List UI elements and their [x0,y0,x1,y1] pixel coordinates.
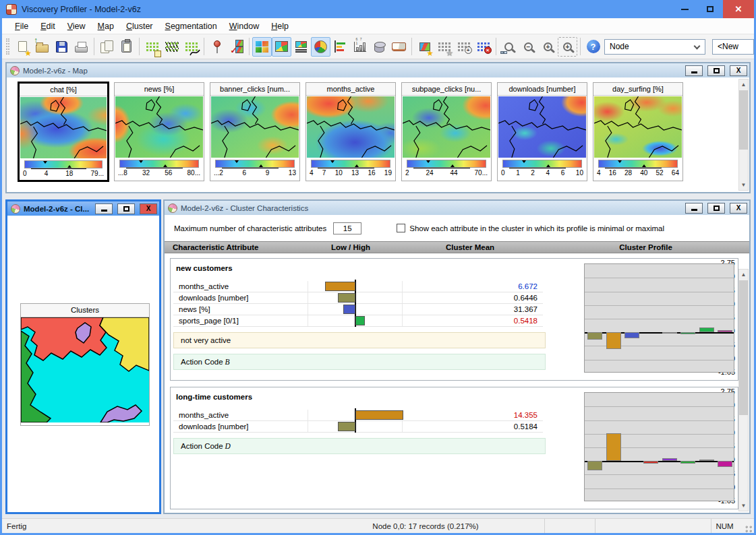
report-book-icon[interactable] [389,37,409,57]
map-thumbnail[interactable]: chat [%] 041879... [18,82,109,181]
save-icon[interactable] [52,37,71,57]
map-thumbnail[interactable]: banner_clicks [num... ...26913 [210,82,300,181]
node-dropdown[interactable]: Node [604,39,705,55]
scale-tick: 64 [672,169,679,177]
som-map-curve-icon[interactable] [181,37,201,57]
zoom-windows-icon[interactable] [499,37,519,57]
clusters-som-map[interactable] [21,317,149,422]
som-map-canvas[interactable] [211,96,299,158]
new-document-icon[interactable]: ★ [13,37,32,57]
clusters-window-maximize-button[interactable] [117,203,135,214]
som-map-canvas[interactable] [20,97,107,158]
cluster-view-icon[interactable] [272,37,291,57]
show-minmax-checkbox[interactable] [397,224,405,232]
note-code: B [223,358,230,366]
clusters-window-close-button[interactable]: X [140,203,157,214]
resize-grip[interactable] [744,524,753,533]
map-grid-view-icon[interactable] [252,37,272,57]
som-map-canvas[interactable] [115,96,203,158]
scale-tick: 79... [91,170,104,177]
characteristics-window-titlebar[interactable]: Model-2-v6z - Cluster Characteristics X [165,201,749,215]
profile-view-icon[interactable] [291,37,311,57]
map-thumbnail[interactable]: downloads [number] 0124610 [497,82,587,181]
scroll-up-icon[interactable]: ▲ [739,270,748,280]
som-map-hatched-icon[interactable] [162,37,181,57]
zoom-out-icon[interactable]: − [519,37,538,57]
cluster-boundaries [115,96,203,158]
new-button[interactable]: <New [712,39,754,55]
attribute-row[interactable]: months_active 14.355 [173,410,543,421]
minimize-icon [691,209,697,211]
print-icon[interactable] [71,37,91,57]
help-icon[interactable]: ? [583,37,603,57]
som-star-icon[interactable]: ★ [434,37,454,57]
scroll-up-icon[interactable]: ▲ [739,80,748,90]
characteristics-scrollbar[interactable]: ▲ ▼ [738,269,749,511]
menu-cluster[interactable]: Cluster [120,18,159,34]
characteristics-window-maximize-button[interactable] [707,203,725,214]
scroll-down-icon[interactable]: ▼ [739,501,748,511]
menu-window[interactable]: Window [223,18,265,34]
map-window-maximize-button[interactable] [707,65,725,76]
close-button[interactable]: ✕ [723,0,754,18]
pin-icon[interactable] [207,37,227,57]
new-map-star-icon[interactable]: ★ [415,37,434,57]
menu-map[interactable]: Map [92,18,120,34]
scrollbar-thumb[interactable] [739,280,748,415]
zoom-in-icon[interactable]: + [538,37,558,57]
profile-bar [624,332,639,338]
scale-ticks: 041879... [20,168,107,177]
clusters-window-titlebar[interactable]: Model-2-v6z - Cl... X [7,201,159,216]
som-map-canvas[interactable] [403,96,490,158]
characteristics-window-close-button[interactable]: X [730,203,747,214]
clusters-map-card[interactable]: Clusters [20,303,150,426]
map-window-titlebar[interactable]: Model-2-v6z - Map X [7,63,749,77]
clusters-window-title: Model-2-v6z - Cl... [24,205,90,213]
som-delete-icon[interactable]: × [473,37,493,57]
som-map-canvas[interactable] [498,96,586,158]
map-window-scrollbar[interactable]: ▲ ▼ [738,79,749,191]
attribute-row[interactable]: months_active 6.672 [173,281,543,292]
menu-segmentation[interactable]: Segmentation [159,18,223,34]
som-map-attributes-icon[interactable] [142,37,162,57]
pie-chart-view-icon[interactable] [311,37,330,57]
menu-help[interactable]: Help [265,18,295,34]
gridline [585,420,734,421]
toolbar-grip[interactable] [6,38,9,55]
map-thumbnail[interactable]: day_surfing [%] 41628405264 [593,82,683,181]
attribute-row[interactable]: news [%] 31.367 [173,304,543,315]
clusters-map-title: Clusters [21,304,149,317]
title-bar[interactable]: Viscovery Profiler - Model-2-v6z ✕ [2,0,754,18]
map-thumbnail[interactable]: news [%] ...8325680... [114,82,204,181]
menu-edit[interactable]: Edit [34,18,61,34]
open-icon[interactable]: ↑ [32,37,52,57]
attribute-row[interactable]: downloads [number] 0.6446 [173,292,543,304]
menu-file[interactable]: File [9,18,34,34]
attribute-row[interactable]: downloads [number] 0.5184 [173,421,543,433]
minimize-button[interactable] [672,0,697,18]
bar-chart-view-icon[interactable] [330,37,350,57]
characteristics-window-minimize-button[interactable] [685,203,703,214]
grid-maps-shape [256,41,268,53]
select-attribute-maps-icon[interactable]: ✓ [227,37,246,57]
map-thumbnail[interactable]: subpage_clicks [nu... 2244470... [401,82,492,181]
maximize-button[interactable] [697,0,723,18]
scrollbar-thumb[interactable] [739,90,748,150]
som-map-canvas[interactable] [594,96,682,158]
database-icon[interactable] [370,37,389,57]
paste-icon[interactable] [117,37,136,57]
zoom-selection-icon[interactable]: + [558,37,577,57]
scroll-down-icon[interactable]: ▼ [739,180,748,190]
clusters-window-minimize-button[interactable] [95,203,113,214]
map-thumbnail[interactable]: months_active 4710131619 [306,82,396,181]
som-add-icon[interactable]: + [454,37,473,57]
max-attributes-input[interactable] [333,222,361,234]
statistics-view-icon[interactable]: 6 7 1 [350,37,370,57]
menu-view[interactable]: View [61,18,92,34]
scale-ticks: 2244470... [402,168,491,177]
map-window-close-button[interactable]: X [730,65,747,76]
attribute-row[interactable]: sports_page [0/1] 0.5418 [173,315,543,327]
map-window-minimize-button[interactable] [685,65,703,76]
som-map-canvas[interactable] [307,96,395,158]
copy-icon[interactable] [97,37,117,57]
